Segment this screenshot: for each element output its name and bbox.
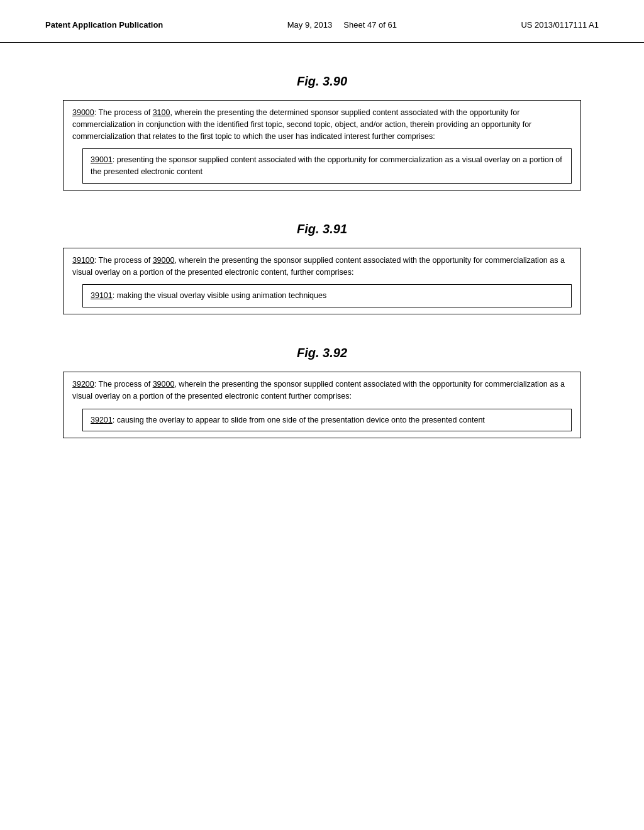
figure-390-outer-box: 39000: The process of 3100, wherein the …	[63, 100, 581, 191]
figure-391-title: Fig. 3.91	[63, 222, 581, 236]
figure-391-outer-text: 39100: The process of 39000, wherein the…	[72, 255, 572, 279]
main-content: Fig. 3.90 39000: The process of 3100, wh…	[0, 43, 644, 482]
figure-392-inner-ref: 39201	[91, 416, 113, 424]
figure-392-outer-text: 39200: The process of 39000, wherein the…	[72, 379, 572, 402]
figure-390-section: Fig. 3.90 39000: The process of 3100, wh…	[63, 74, 581, 191]
figure-390-inner-ref: 39001	[91, 155, 113, 164]
header-sheet: Sheet 47 of 61	[343, 20, 397, 30]
header-publication-label: Patent Application Publication	[45, 20, 163, 30]
figure-392-section: Fig. 3.92 39200: The process of 39000, w…	[63, 346, 581, 438]
header-patent-number: US 2013/0117111 A1	[521, 20, 599, 30]
figure-392-inner-text: 39201: causing the overlay to appear to …	[91, 414, 564, 426]
figure-390-outer-text: 39000: The process of 3100, wherein the …	[72, 107, 572, 142]
figure-391-inner-box: 39101: making the visual overlay visible…	[82, 284, 572, 307]
figure-392-outer-link-ref: 39000	[153, 380, 175, 389]
figure-392-inner-box: 39201: causing the overlay to appear to …	[82, 409, 572, 432]
figure-391-section: Fig. 3.91 39100: The process of 39000, w…	[63, 222, 581, 314]
figure-391-inner-ref: 39101	[91, 291, 113, 300]
figure-390-title: Fig. 3.90	[63, 74, 581, 89]
figure-391-outer-ref: 39100	[72, 256, 94, 265]
figure-390-outer-link-ref: 3100	[153, 108, 170, 117]
figure-391-outer-box: 39100: The process of 39000, wherein the…	[63, 248, 581, 314]
figure-390-outer-ref: 39000	[72, 108, 94, 117]
page: Patent Application Publication May 9, 20…	[0, 0, 644, 830]
figure-391-outer-link-ref: 39000	[153, 256, 175, 265]
header-date: May 9, 2013 Sheet 47 of 61	[287, 20, 397, 30]
figure-392-outer-ref: 39200	[72, 380, 94, 389]
figure-390-inner-text: 39001: presenting the sponsor supplied c…	[91, 154, 564, 178]
figure-391-inner-text: 39101: making the visual overlay visible…	[91, 290, 564, 302]
header-date-text: May 9, 2013	[287, 20, 333, 30]
page-header: Patent Application Publication May 9, 20…	[0, 0, 644, 43]
figure-392-outer-box: 39200: The process of 39000, wherein the…	[63, 372, 581, 438]
figure-392-title: Fig. 3.92	[63, 346, 581, 360]
figure-390-inner-box: 39001: presenting the sponsor supplied c…	[82, 148, 572, 184]
